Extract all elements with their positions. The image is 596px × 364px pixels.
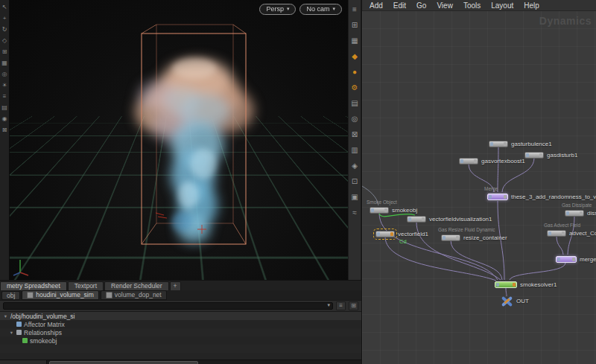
menu-add[interactable]: Add xyxy=(364,1,388,10)
node-these-3-add-randomness-to-vel-field[interactable]: Merge these_3_add_randomness_to_vel_fiel… xyxy=(487,193,596,201)
node-label: dissipate xyxy=(587,210,596,217)
menu-help[interactable]: Help xyxy=(519,1,545,10)
scene-viewport[interactable]: Persp ▾ No cam ▾ xyxy=(10,0,348,280)
group-filter-dropdown[interactable]: ▾ xyxy=(3,302,333,310)
tab-render-scheduler[interactable]: Render Scheduler xyxy=(104,281,169,290)
node-shape[interactable] xyxy=(524,152,544,159)
select-arrow-icon[interactable]: ↖ xyxy=(0,1,9,13)
grid-icon[interactable]: ⊞ xyxy=(349,18,361,33)
columns-icon[interactable]: ▥ xyxy=(349,143,361,159)
add-tab-button[interactable]: + xyxy=(170,281,181,290)
dot-box-icon[interactable]: ⊡ xyxy=(349,174,361,190)
node-smokeobj[interactable]: Smoke Object smokeobj xyxy=(370,206,417,214)
node-merge2[interactable]: merge2 xyxy=(556,255,596,264)
menu-view[interactable]: View xyxy=(431,1,458,10)
menu-edit[interactable]: Edit xyxy=(388,1,411,10)
light-icon[interactable]: ☀ xyxy=(0,80,9,91)
node-gasturbulence1[interactable]: gasturbulence1 xyxy=(489,140,552,148)
grid-icon[interactable]: ⊞ xyxy=(349,301,358,310)
caret-down-icon[interactable]: ▾ xyxy=(9,330,14,336)
node-out[interactable]: OUT xyxy=(501,297,529,305)
tree-row-affector-matrix[interactable]: Affector Matrix xyxy=(0,320,361,328)
network-editor[interactable]: Add Edit Go View Tools Layout Help Dynam… xyxy=(361,0,596,364)
dot-icon[interactable]: ● xyxy=(349,65,361,80)
node-shape[interactable] xyxy=(489,141,508,147)
node-shape[interactable] xyxy=(370,207,389,214)
node-caption: Merge xyxy=(484,186,498,191)
tab-label: volume_dop_net xyxy=(115,291,162,299)
tab-houdini-volume-sim[interactable]: houdini_volume_sim xyxy=(22,290,99,300)
grid-snap-icon[interactable]: ▦ xyxy=(0,57,9,68)
node-shape[interactable] xyxy=(487,194,508,200)
node-shape[interactable] xyxy=(565,210,584,217)
square-icon[interactable]: ▣ xyxy=(349,190,361,205)
pane-tab-bar: metry Spreadsheet Textport Render Schedu… xyxy=(0,281,361,290)
node-shape[interactable] xyxy=(547,230,566,237)
node-shape[interactable] xyxy=(375,231,395,237)
node-vectorfield1[interactable]: vectorfield1 Cd xyxy=(375,230,428,238)
node-gasvortexboost1[interactable]: gasvortexboost1 xyxy=(459,157,525,165)
smoke-object-icon xyxy=(22,338,28,343)
node-shape[interactable] xyxy=(407,216,426,223)
gem-icon[interactable]: ◈ xyxy=(349,159,361,174)
node-label: resize_container xyxy=(463,234,507,241)
tab-volume-dop-net[interactable]: volume_dop_net xyxy=(101,290,167,300)
folder-icon xyxy=(16,330,22,335)
node-label: smokesolver1 xyxy=(520,281,557,288)
list-icon[interactable]: ≡ xyxy=(336,301,346,310)
smoke-plume xyxy=(135,59,254,243)
record-icon[interactable]: ◉ xyxy=(0,113,9,124)
cells-icon[interactable]: ▦ xyxy=(349,33,361,49)
path-root-obj[interactable]: obj xyxy=(1,291,20,300)
node-resize-container[interactable]: Gas Resize Fluid Dynamic resize_containe… xyxy=(441,234,507,242)
no-cam-dropdown[interactable]: No cam ▾ xyxy=(299,4,342,15)
node-smokesolver1[interactable]: smokesolver1 xyxy=(495,281,557,289)
null-node-icon[interactable] xyxy=(501,296,513,306)
rotate-tool-icon[interactable]: ↻ xyxy=(0,24,9,35)
wave-icon[interactable]: ≈ xyxy=(349,205,361,221)
node-shape[interactable] xyxy=(556,256,577,263)
box-icon[interactable]: ⊠ xyxy=(349,127,361,143)
node-vectorfieldvisualization1[interactable]: vectorfieldvisualization1 xyxy=(407,215,492,223)
tab-geometry-spreadsheet[interactable]: metry Spreadsheet xyxy=(0,281,67,290)
menu-icon[interactable]: ≡ xyxy=(0,91,9,102)
node-shape[interactable] xyxy=(459,158,478,165)
persp-label: Persp xyxy=(266,5,284,13)
node-label: gasvortexboost1 xyxy=(481,158,525,165)
caret-down-icon[interactable]: ▾ xyxy=(3,313,8,319)
persp-dropdown[interactable]: Persp ▾ xyxy=(259,4,296,15)
tree-row-relationships[interactable]: ▾ Relationships xyxy=(0,328,361,336)
move-tool-icon[interactable]: + xyxy=(0,13,9,24)
menu-tools[interactable]: Tools xyxy=(458,1,486,10)
node-advect-cd[interactable]: Gas Advect Field advect_Cd xyxy=(547,229,596,237)
node-shape[interactable] xyxy=(495,281,517,288)
node-gasdisturb1[interactable]: gasdisturb1 xyxy=(524,151,577,159)
tree-row-root[interactable]: ▾ /obj/houdini_volume_si xyxy=(0,312,361,320)
rows-icon[interactable]: ▤ xyxy=(349,96,361,112)
layout-icon[interactable]: ▤ xyxy=(0,102,9,113)
tree-row-smokeobj[interactable]: smokeobj xyxy=(0,336,361,345)
menu-go[interactable]: Go xyxy=(411,1,431,10)
scrollbar-thumb[interactable] xyxy=(49,361,198,364)
node-label: smokeobj xyxy=(392,207,417,214)
scrollbar-track[interactable] xyxy=(47,360,361,364)
handles-tool-icon[interactable]: ⊞ xyxy=(0,46,9,57)
target-icon[interactable]: ◎ xyxy=(0,68,9,80)
tab-textport[interactable]: Textport xyxy=(68,281,104,290)
menu-layout[interactable]: Layout xyxy=(486,1,519,10)
circle-icon[interactable]: ◎ xyxy=(349,112,361,127)
tree-item-label: Affector Matrix xyxy=(24,321,65,328)
node-label: gasdisturb1 xyxy=(547,152,577,159)
tree-item-label: Relationships xyxy=(24,329,62,336)
diamond-icon[interactable]: ◆ xyxy=(349,49,361,65)
node-caption: Gas Dissipate xyxy=(562,202,592,208)
list-icon[interactable]: ≡ xyxy=(349,2,361,18)
viewport-left-toolbar: ↖ + ↻ ◇ ⊞ ▦ ◎ ☀ ≡ ▤ ◉ ⊠ xyxy=(0,0,10,280)
viewport-canvas[interactable] xyxy=(10,0,348,280)
node-dissipate[interactable]: Gas Dissipate dissipate xyxy=(565,209,596,217)
node-shape[interactable] xyxy=(441,234,460,241)
scale-tool-icon[interactable]: ◇ xyxy=(0,35,9,46)
gear-icon[interactable]: ⚙ xyxy=(349,80,361,96)
node-caption: Gas Resize Fluid Dynamic xyxy=(438,227,495,232)
close-box-icon[interactable]: ⊠ xyxy=(0,124,9,135)
